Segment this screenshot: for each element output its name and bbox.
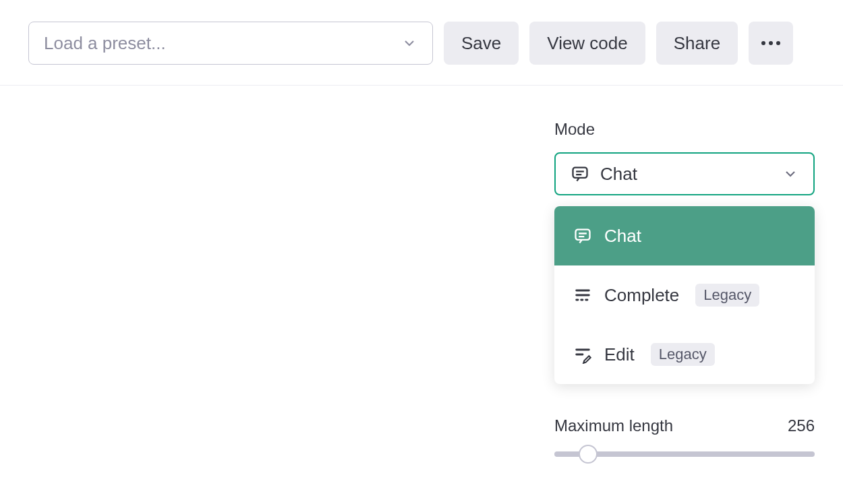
chevron-down-icon xyxy=(782,166,798,182)
view-code-button[interactable]: View code xyxy=(529,22,645,65)
more-button[interactable] xyxy=(749,22,793,65)
chat-icon xyxy=(573,226,592,245)
chevron-down-icon xyxy=(401,35,417,51)
mode-option-complete[interactable]: Complete Legacy xyxy=(554,265,815,325)
legacy-badge: Legacy xyxy=(651,343,715,366)
toolbar: Load a preset... Save View code Share xyxy=(0,0,843,86)
save-button-label: Save xyxy=(461,33,501,54)
preset-select[interactable]: Load a preset... xyxy=(28,22,433,65)
svg-rect-0 xyxy=(573,168,587,178)
mode-option-label: Edit xyxy=(604,344,635,365)
max-length-value: 256 xyxy=(788,416,815,435)
mode-option-label: Chat xyxy=(604,226,641,247)
chat-icon xyxy=(571,164,589,183)
edit-icon xyxy=(573,345,592,364)
mode-selected-value: Chat xyxy=(600,164,637,185)
max-length-slider[interactable] xyxy=(554,451,815,457)
save-button[interactable]: Save xyxy=(444,22,519,65)
max-length-row: Maximum length 256 xyxy=(554,416,815,435)
mode-option-edit[interactable]: Edit Legacy xyxy=(554,325,815,384)
max-length-label: Maximum length xyxy=(554,416,673,435)
settings-panel: Mode Chat Chat Complete Legacy Ed xyxy=(554,120,815,457)
mode-option-chat[interactable]: Chat xyxy=(554,206,815,265)
mode-select[interactable]: Chat xyxy=(554,152,815,195)
share-button[interactable]: Share xyxy=(656,22,738,65)
share-button-label: Share xyxy=(674,33,720,54)
more-icon xyxy=(761,41,780,45)
legacy-badge: Legacy xyxy=(695,284,759,307)
mode-dropdown: Chat Complete Legacy Edit Legacy xyxy=(554,206,815,384)
complete-icon xyxy=(573,286,592,305)
slider-thumb[interactable] xyxy=(579,445,598,464)
preset-placeholder: Load a preset... xyxy=(44,33,166,54)
mode-option-label: Complete xyxy=(604,285,679,306)
view-code-button-label: View code xyxy=(547,33,628,54)
mode-label: Mode xyxy=(554,120,815,139)
svg-rect-3 xyxy=(576,230,590,240)
